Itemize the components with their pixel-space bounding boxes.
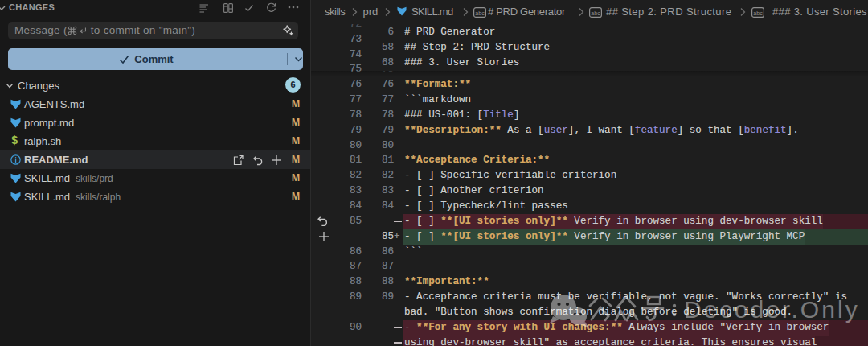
svg-text:abc: abc bbox=[753, 10, 763, 16]
svg-text:abc: abc bbox=[475, 10, 485, 16]
svg-text:abc: abc bbox=[591, 10, 600, 16]
